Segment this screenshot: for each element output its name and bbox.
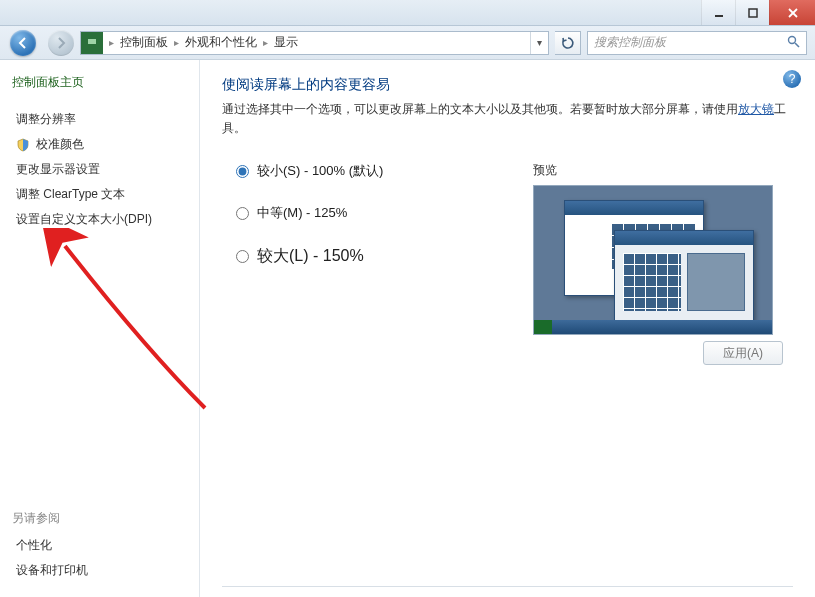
sidebar-seealso-personalization[interactable]: 个性化 (12, 533, 187, 558)
sidebar-seealso-devices[interactable]: 设备和打印机 (12, 558, 187, 583)
address-breadcrumb[interactable]: ▸ 控制面板 ▸ 外观和个性化 ▸ 显示 ▾ (80, 31, 549, 55)
apply-button[interactable]: 应用(A) (703, 341, 783, 365)
size-radio-smaller[interactable] (236, 165, 249, 178)
page-title: 使阅读屏幕上的内容更容易 (222, 76, 793, 94)
sidebar: 控制面板主页 调整分辨率 校准颜色 更改显示器设置 调整 ClearType 文… (0, 60, 200, 597)
sidebar-home-link[interactable]: 控制面板主页 (12, 74, 187, 91)
breadcrumb-dropdown-icon[interactable]: ▾ (530, 32, 548, 54)
sidebar-link-calibrate-color[interactable]: 校准颜色 (12, 132, 187, 157)
nav-back-button[interactable] (4, 29, 42, 57)
sidebar-link-custom-dpi[interactable]: 设置自定义文本大小(DPI) (12, 207, 187, 232)
chevron-right-icon: ▸ (259, 37, 272, 48)
help-icon[interactable]: ? (783, 70, 801, 88)
preview-pane: 预览 (533, 162, 793, 335)
size-radio-larger[interactable] (236, 250, 249, 263)
chevron-right-icon: ▸ (170, 37, 183, 48)
breadcrumb-item[interactable]: 外观和个性化 (183, 34, 259, 51)
breadcrumb-item[interactable]: 控制面板 (118, 34, 170, 51)
sidebar-link-cleartype[interactable]: 调整 ClearType 文本 (12, 182, 187, 207)
svg-point-6 (789, 36, 796, 43)
window-maximize-button[interactable] (735, 0, 769, 25)
search-icon (787, 35, 800, 51)
nav-forward-button[interactable] (48, 30, 74, 56)
window-close-button[interactable] (769, 0, 815, 25)
address-bar-row: ▸ 控制面板 ▸ 外观和个性化 ▸ 显示 ▾ 搜索控制面板 (0, 26, 815, 60)
svg-rect-5 (88, 39, 96, 44)
svg-line-7 (795, 43, 799, 47)
size-radio-medium[interactable] (236, 207, 249, 220)
sidebar-seealso-header: 另请参阅 (12, 510, 187, 527)
refresh-button[interactable] (555, 31, 581, 55)
preview-image (533, 185, 773, 335)
size-options: 较小(S) - 100% (默认) 中等(M) - 125% 较大(L) - 1… (222, 162, 533, 335)
search-placeholder: 搜索控制面板 (594, 34, 666, 51)
search-input[interactable]: 搜索控制面板 (587, 31, 807, 55)
size-option-medium[interactable]: 中等(M) - 125% (222, 204, 533, 222)
size-option-larger[interactable]: 较大(L) - 150% (222, 246, 533, 267)
page-description: 通过选择其中一个选项，可以更改屏幕上的文本大小以及其他项。若要暂时放大部分屏幕，… (222, 100, 793, 138)
sidebar-link-resolution[interactable]: 调整分辨率 (12, 107, 187, 132)
control-panel-icon (81, 32, 103, 54)
window-titlebar (0, 0, 815, 26)
chevron-right-icon: ▸ (105, 37, 118, 48)
size-option-smaller[interactable]: 较小(S) - 100% (默认) (222, 162, 533, 180)
shield-icon (16, 138, 30, 152)
svg-rect-1 (749, 9, 757, 17)
main-content: ? 使阅读屏幕上的内容更容易 通过选择其中一个选项，可以更改屏幕上的文本大小以及… (200, 60, 815, 597)
magnifier-link[interactable]: 放大镜 (738, 102, 774, 116)
window-minimize-button[interactable] (701, 0, 735, 25)
sidebar-link-display-settings[interactable]: 更改显示器设置 (12, 157, 187, 182)
breadcrumb-item[interactable]: 显示 (272, 34, 300, 51)
preview-label: 预览 (533, 162, 793, 179)
